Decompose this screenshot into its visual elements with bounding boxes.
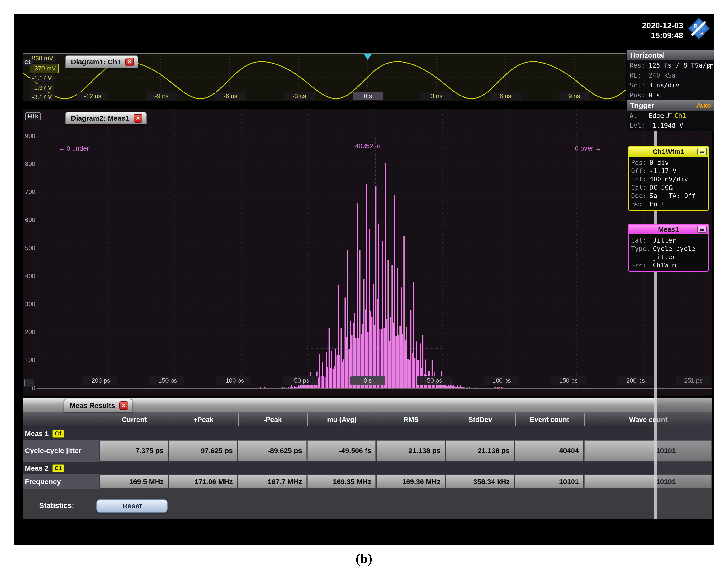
horizontal-trigger-panel: Horizontal Res: 125 fs / 8 TSa/s RL: 240… bbox=[627, 50, 714, 131]
d2-ylabel-3: 600 bbox=[22, 216, 35, 223]
reset-button[interactable]: Reset bbox=[97, 499, 168, 513]
jitter-current: 7.375 ps bbox=[100, 440, 168, 461]
ch1wfm1-rows: Pos:0 div Off:-1.17 V Scl:400 mV/div Cpl… bbox=[629, 157, 708, 210]
d1-xlabel-3: -3 ns bbox=[284, 92, 315, 100]
tab-meas-results[interactable]: Meas Results ✕ bbox=[64, 399, 132, 412]
svg-text:S: S bbox=[700, 31, 704, 37]
header-minus-peak: -Peak bbox=[238, 413, 307, 426]
meas-src-value: Ch1Wfm1 bbox=[653, 261, 680, 269]
meas-type-value: Cycle-cycle jitter bbox=[653, 245, 705, 261]
d2-xlabel-4: 0 s bbox=[350, 376, 385, 385]
wfm-off-label: Off: bbox=[631, 167, 649, 175]
d1-ylabel-4: -3.17 V bbox=[30, 93, 54, 101]
wfm-scl-label: Scl: bbox=[631, 175, 649, 183]
wfm-scl-value: 400 mV/div bbox=[649, 175, 688, 183]
res-row: Res: 125 fs / 8 TSa/s bbox=[627, 60, 714, 70]
histogram-scale-badge: H1k bbox=[25, 112, 41, 120]
d2-xlabel-edge: 251 ps bbox=[676, 376, 711, 385]
y-tick bbox=[36, 164, 39, 164]
ch1wfm1-panel: Ch1Wfm1 ▬ Pos:0 div Off:-1.17 V Scl:400 … bbox=[628, 146, 709, 211]
wfm-bw-label: Bw: bbox=[631, 200, 649, 208]
caption: (b) bbox=[0, 551, 728, 566]
row-label-frequency: Frequency bbox=[22, 474, 99, 489]
d2-xlabel-7: 150 ps bbox=[551, 376, 586, 385]
y-tick bbox=[36, 388, 39, 388]
freq-plus-peak: 171.06 MHz bbox=[169, 475, 237, 488]
y-tick bbox=[36, 332, 39, 332]
dock-dim-overlay bbox=[657, 398, 712, 519]
trigger-a-label: A: bbox=[630, 111, 648, 120]
freq-current: 169.5 MHz bbox=[100, 475, 168, 488]
d1-ylabel-1: -370 mV bbox=[30, 64, 59, 73]
group-row-meas1: Meas 1 C1 bbox=[22, 427, 712, 440]
y-tick bbox=[36, 360, 39, 360]
meas-results-panel: Meas Results ✕ Current +Peak -Peak mu (A… bbox=[22, 398, 712, 519]
y-tick bbox=[36, 304, 39, 304]
under-count-label: ← 0 under bbox=[58, 145, 89, 152]
close-icon[interactable]: ✕ bbox=[125, 58, 134, 66]
jitter-stddev: 21.138 ps bbox=[446, 440, 514, 461]
d2-ylabel-1: 800 bbox=[22, 160, 35, 168]
row-label-jitter: Cycle-cycle jitter bbox=[22, 440, 99, 462]
tab-diagram1[interactable]: Diagram1: Ch1 ✕ bbox=[65, 55, 138, 68]
rising-edge-icon bbox=[666, 111, 673, 118]
trigger-panel-header[interactable]: Trigger Auto bbox=[627, 100, 714, 111]
d2-ylabel-7: 200 bbox=[22, 328, 35, 336]
d1-xlabel-2: -6 ns bbox=[215, 92, 246, 100]
trigger-a-row: A: Edge Ch1 bbox=[627, 111, 714, 121]
trigger-mode: Auto bbox=[696, 102, 711, 109]
jitter-plus-peak: 97.625 ps bbox=[169, 440, 237, 461]
tab-diagram1-label: Diagram1: Ch1 bbox=[71, 58, 121, 66]
d2-ylabel-4: 500 bbox=[22, 245, 35, 252]
wfm-pos-label: Pos: bbox=[631, 158, 649, 167]
meas1-rows: Cat:Jitter Type:Cycle-cycle jitter Src:C… bbox=[629, 235, 708, 271]
d2-xlabel-3: -50 ps bbox=[283, 376, 318, 385]
wfm-pos-value: 0 div bbox=[649, 158, 669, 167]
trigger-lvl-row: Lvl: -1.1948 V bbox=[627, 121, 714, 131]
rl-value: 240 kSa bbox=[648, 71, 676, 80]
diagram2: 900 800 700 600 500 400 300 200 100 0 ← … bbox=[22, 109, 712, 396]
meas-cat-value: Jitter bbox=[653, 236, 676, 245]
header-stddev: StdDev bbox=[446, 413, 514, 426]
y-tick bbox=[36, 136, 39, 136]
trigger-position-icon[interactable] bbox=[364, 54, 372, 60]
date-text: 2020-12-03 bbox=[642, 20, 683, 30]
source-badge: C1 bbox=[52, 430, 64, 437]
ch1wfm1-panel-header[interactable]: Ch1Wfm1 ▬ bbox=[629, 147, 708, 157]
tab-diagram2[interactable]: Diagram2: Meas1 ✕ bbox=[65, 112, 147, 124]
svg-text:R: R bbox=[694, 23, 697, 29]
interleaved-timebase-badge: IT bbox=[707, 62, 713, 70]
diagram1: C1 830 mV -370 mV -1.17 V -1.97 V -3.17 … bbox=[22, 53, 626, 101]
scl-value: 3 ns/div bbox=[648, 81, 679, 90]
group-row-meas2: Meas 2 C1 bbox=[22, 462, 712, 474]
d2-ylabel-0: 900 bbox=[22, 132, 35, 140]
meas-cat-label: Cat: bbox=[631, 236, 653, 245]
time-text: 15:09:48 bbox=[642, 30, 683, 40]
histogram-plot[interactable] bbox=[39, 109, 712, 388]
trigger-title: Trigger bbox=[630, 101, 654, 109]
meas-src-label: Src: bbox=[631, 261, 653, 269]
y-tick bbox=[36, 276, 39, 276]
d2-xlabel-1: -150 ps bbox=[149, 376, 184, 385]
table-row-frequency: Frequency 169.5 MHz 171.06 MHz 167.7 MHz… bbox=[22, 474, 712, 489]
header-blank bbox=[22, 413, 99, 426]
pos-value: 0 s bbox=[648, 91, 660, 100]
meas1-panel-header[interactable]: Meas1 ▬ bbox=[629, 224, 708, 235]
figure-page: 2020-12-03 15:09:48 R S C1 830 mV -370 m… bbox=[0, 0, 728, 573]
scl-row: Scl: 3 ns/div bbox=[627, 81, 714, 90]
header-mu-avg: mu (Avg) bbox=[307, 413, 376, 426]
d1-xlabel-4: 0 s bbox=[353, 92, 383, 100]
d1-xlabel-5: 3 ns bbox=[421, 92, 452, 100]
close-icon[interactable]: ✕ bbox=[119, 401, 128, 410]
header-event-count: Event count bbox=[515, 413, 583, 426]
y-tick bbox=[36, 220, 39, 220]
close-icon[interactable]: ✕ bbox=[134, 114, 142, 122]
minimize-icon[interactable]: ▬ bbox=[697, 148, 707, 155]
freq-minus-peak: 167.7 MHz bbox=[238, 475, 307, 488]
trigger-lvl-value: -1.1948 V bbox=[648, 121, 683, 130]
diagram2-corner-icon[interactable]: ≡ bbox=[24, 379, 34, 387]
minimize-icon[interactable]: ▬ bbox=[697, 226, 707, 233]
d1-ylabel-0: 830 mV bbox=[30, 54, 56, 62]
header-current: Current bbox=[100, 413, 168, 426]
horizontal-panel-header[interactable]: Horizontal bbox=[627, 50, 714, 60]
